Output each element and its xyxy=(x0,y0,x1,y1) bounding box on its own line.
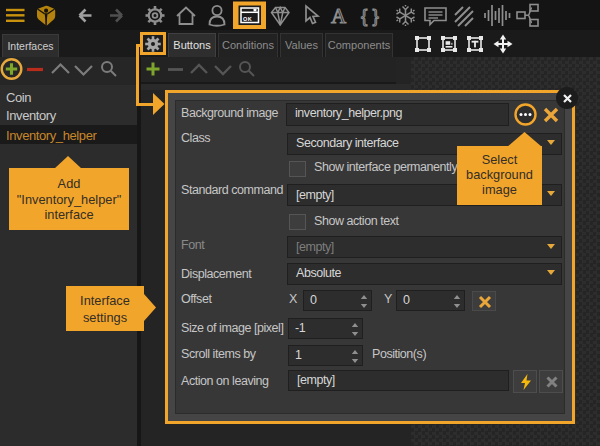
svg-text:{ }: { } xyxy=(361,5,379,26)
svg-text:A: A xyxy=(331,4,347,28)
svg-text:OK: OK xyxy=(243,16,252,22)
